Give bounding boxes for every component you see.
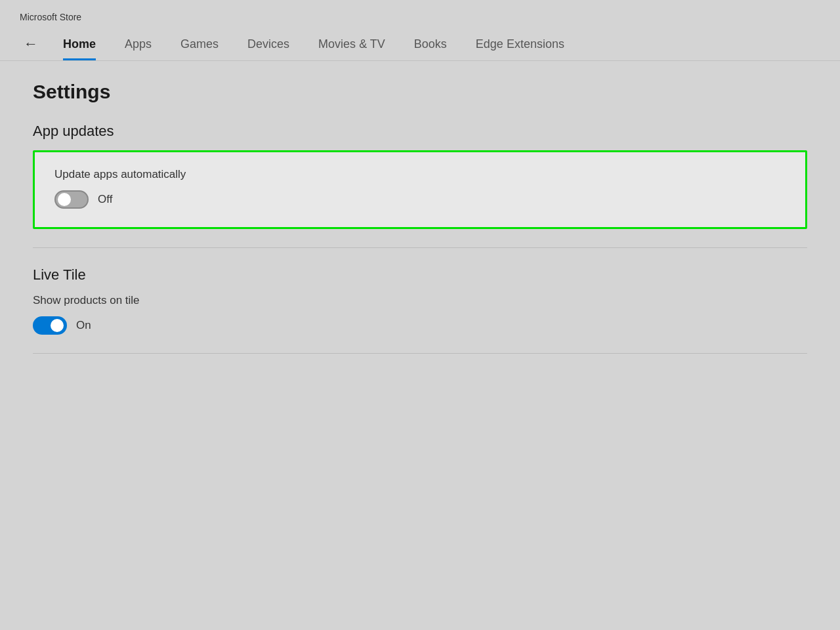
auto-update-card: Update apps automatically Off — [33, 150, 807, 229]
nav-item-books[interactable]: Books — [400, 28, 461, 60]
auto-update-toggle[interactable] — [54, 190, 89, 209]
nav-label-books: Books — [414, 37, 447, 51]
auto-update-toggle-label: Off — [98, 193, 112, 206]
nav-item-apps[interactable]: Apps — [110, 28, 166, 60]
auto-update-label: Update apps automatically — [54, 168, 786, 181]
title-bar: Microsoft Store — [0, 0, 840, 28]
nav-label-apps: Apps — [125, 37, 152, 51]
nav-item-games[interactable]: Games — [166, 28, 233, 60]
nav-item-devices[interactable]: Devices — [233, 28, 304, 60]
nav-label-devices: Devices — [247, 37, 289, 51]
show-products-label: Show products on tile — [33, 294, 807, 307]
nav-bar: ← Home Apps Games Devices Movies & TV Bo… — [0, 28, 840, 61]
auto-update-toggle-knob — [58, 193, 71, 206]
app-updates-section-title: App updates — [33, 123, 807, 140]
live-tile-section: Live Tile Show products on tile On — [33, 266, 807, 335]
divider-1 — [33, 247, 807, 248]
page-title: Settings — [33, 81, 807, 103]
show-products-toggle-knob — [51, 319, 64, 332]
nav-label-movies-tv: Movies & TV — [318, 37, 385, 51]
show-products-toggle-label: On — [76, 319, 91, 332]
show-products-toggle-row: On — [33, 316, 807, 335]
nav-item-edge-extensions[interactable]: Edge Extensions — [461, 28, 579, 60]
auto-update-toggle-row: Off — [54, 190, 786, 209]
nav-item-movies-tv[interactable]: Movies & TV — [304, 28, 400, 60]
nav-label-home: Home — [63, 37, 96, 51]
app-title: Microsoft Store — [20, 12, 81, 22]
main-content: Settings App updates Update apps automat… — [0, 61, 840, 392]
nav-item-home[interactable]: Home — [49, 28, 110, 60]
back-icon: ← — [24, 35, 38, 52]
back-button[interactable]: ← — [13, 28, 49, 60]
live-tile-section-title: Live Tile — [33, 266, 807, 284]
show-products-toggle[interactable] — [33, 316, 67, 335]
divider-2 — [33, 353, 807, 354]
nav-label-games: Games — [180, 37, 219, 51]
nav-label-edge-extensions: Edge Extensions — [476, 37, 564, 51]
